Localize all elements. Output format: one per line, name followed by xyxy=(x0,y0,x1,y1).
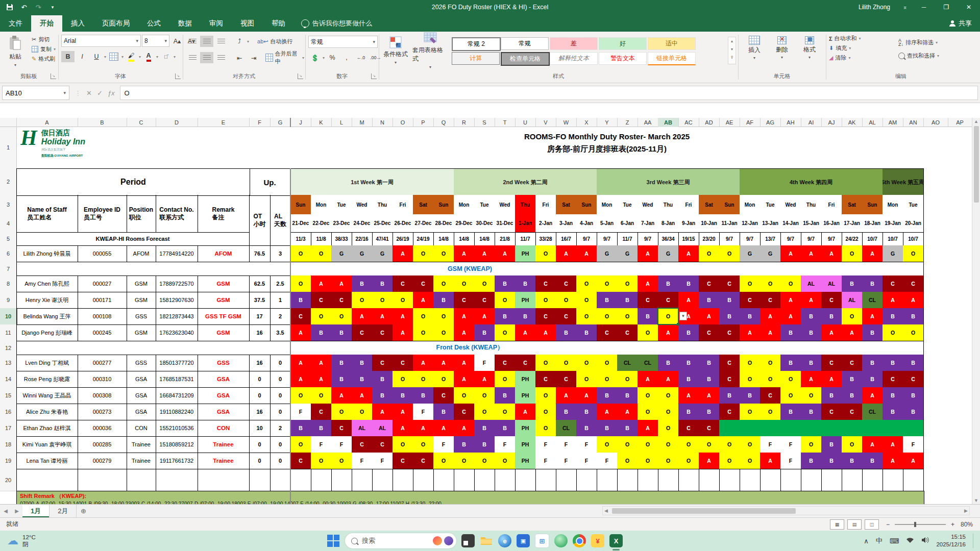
decrease-indent-icon[interactable]: ⇤ xyxy=(233,52,246,63)
shift-cell-O[interactable]: O xyxy=(576,292,597,309)
shift-cell-B[interactable]: B xyxy=(883,308,903,325)
shift-cell-C[interactable]: C xyxy=(311,292,332,309)
customize-qat-icon[interactable]: ▾ xyxy=(48,3,57,12)
empty-cell[interactable] xyxy=(638,469,658,491)
shift-cell-O[interactable]: O xyxy=(617,276,638,292)
shift-cell-A[interactable]: A xyxy=(740,324,761,341)
shift-cell-A[interactable]: A xyxy=(393,245,413,262)
column-header-AJ[interactable]: AJ xyxy=(821,118,842,127)
zoom-level[interactable]: 80% xyxy=(961,521,973,528)
shift-cell-O[interactable]: O xyxy=(740,436,761,453)
shift-cell-A[interactable]: A xyxy=(474,245,495,262)
ribbon-tab-插入[interactable]: 插入 xyxy=(62,15,93,32)
shift-cell-B[interactable]: B xyxy=(290,292,311,309)
shift-cell-O[interactable]: O xyxy=(842,308,863,325)
shift-cell-A[interactable]: A xyxy=(801,371,822,388)
format-as-table-button[interactable]: 套用表格格式▾ xyxy=(412,32,448,69)
shift-cell-A[interactable]: A xyxy=(454,355,475,371)
shift-cell-C[interactable]: C xyxy=(393,453,413,469)
shift-cell-A[interactable]: A xyxy=(638,276,658,292)
row-header-14[interactable]: 14 xyxy=(0,371,17,388)
shift-cell-C[interactable]: C xyxy=(719,276,740,292)
row-header-16[interactable]: 16 xyxy=(0,404,17,420)
column-header-AD[interactable]: AD xyxy=(699,118,720,127)
shift-cell-B[interactable]: B xyxy=(576,420,597,437)
empty-cell[interactable] xyxy=(16,469,78,491)
row-header-4[interactable]: 4 xyxy=(0,214,17,233)
shift-cell-O[interactable]: O xyxy=(413,324,434,341)
shift-cell-B[interactable]: B xyxy=(597,387,618,404)
empty-cell[interactable] xyxy=(311,469,332,491)
shift-cell-O[interactable]: O xyxy=(597,276,618,292)
shift-cell-B[interactable]: B xyxy=(331,324,352,341)
shift-cell-O[interactable]: O xyxy=(495,453,516,469)
shift-cell-B[interactable]: B xyxy=(495,420,516,437)
shift-cell-A[interactable]: A xyxy=(556,245,577,262)
shift-cell-C[interactable]: C xyxy=(842,404,863,420)
shift-cell-A[interactable]: A xyxy=(495,245,516,262)
empty-cell[interactable] xyxy=(719,469,740,491)
shift-cell-CL[interactable]: CL xyxy=(617,355,638,371)
shift-cell-G[interactable]: G xyxy=(331,245,352,262)
grow-font-button[interactable]: A▴ xyxy=(170,35,184,46)
shift-cell-B[interactable]: B xyxy=(903,355,924,371)
green-app-icon[interactable] xyxy=(554,534,568,547)
file-explorer-icon[interactable] xyxy=(480,534,493,547)
shift-cell-C[interactable]: C xyxy=(474,292,495,309)
delete-cells-button[interactable]: ✕删除▾ xyxy=(769,33,795,60)
shift-cell-G[interactable]: G xyxy=(617,245,638,262)
shift-cell-A[interactable]: A xyxy=(331,387,352,404)
shift-cell-PH[interactable]: PH xyxy=(515,436,536,453)
column-header-L[interactable]: L xyxy=(331,118,352,127)
empty-cell[interactable] xyxy=(290,469,311,491)
shift-cell-B[interactable]: B xyxy=(311,420,332,437)
share-button[interactable]: 共享 xyxy=(941,15,980,32)
comma-style-icon[interactable]: , xyxy=(340,52,353,63)
in-cell-dropdown-icon[interactable]: ▼ xyxy=(679,312,687,320)
column-header-AI[interactable]: AI xyxy=(801,118,822,127)
shift-cell-B[interactable]: B xyxy=(331,371,352,388)
conditional-formatting-button[interactable]: ≠ 条件格式▾ xyxy=(380,32,411,69)
shift-cell-O[interactable]: O xyxy=(638,453,658,469)
shift-cell-B[interactable]: B xyxy=(495,276,516,292)
shift-cell-O[interactable]: O xyxy=(638,404,658,420)
shift-cell-O[interactable]: O xyxy=(433,324,454,341)
shift-cell-O[interactable]: O xyxy=(678,453,699,469)
shift-cell-B[interactable]: B xyxy=(495,308,516,325)
cell-style-链接单元格[interactable]: 链接单元格 xyxy=(648,52,696,65)
cell-style-常规[interactable]: 常规 xyxy=(501,37,549,50)
shift-cell-C[interactable]: C xyxy=(719,404,740,420)
shift-cell-B[interactable]: B xyxy=(515,308,536,325)
shift-cell-B[interactable]: B xyxy=(740,308,761,325)
shift-cell-C[interactable]: C xyxy=(311,404,332,420)
shift-cell-B[interactable]: B xyxy=(862,355,883,371)
column-header-corner[interactable] xyxy=(0,118,17,127)
shift-cell-PH[interactable]: PH xyxy=(515,245,536,262)
shift-cell-AL[interactable]: AL xyxy=(821,276,842,292)
empty-cell[interactable] xyxy=(249,469,271,491)
shift-cell-O[interactable]: O xyxy=(433,245,454,262)
shift-cell-A[interactable]: A xyxy=(352,387,373,404)
shift-cell-O[interactable]: O xyxy=(658,387,679,404)
shift-cell-O[interactable]: O xyxy=(576,308,597,325)
shift-cell-AL[interactable]: AL xyxy=(372,420,393,437)
align-middle-icon[interactable] xyxy=(200,36,213,47)
shift-cell-O[interactable]: O xyxy=(535,387,556,404)
shift-cell-A[interactable]: A xyxy=(393,308,413,325)
column-header-V[interactable]: V xyxy=(535,118,556,127)
shift-cell-C[interactable]: C xyxy=(699,276,720,292)
column-header-P[interactable]: P xyxy=(413,118,434,127)
shift-cell-O[interactable]: O xyxy=(678,436,699,453)
shift-cell-C[interactable]: C xyxy=(454,292,475,309)
shift-cell-F[interactable]: F xyxy=(372,453,393,469)
shift-cell-F[interactable]: F xyxy=(760,436,781,453)
shift-cell-B[interactable]: B xyxy=(290,420,311,437)
shift-cell-O[interactable]: O xyxy=(719,245,740,262)
shift-cell-O[interactable]: O xyxy=(352,404,373,420)
shift-cell-O[interactable]: O xyxy=(393,436,413,453)
ribbon-tab-审阅[interactable]: 审阅 xyxy=(201,15,232,32)
shift-cell-B[interactable]: B xyxy=(678,355,699,371)
shift-cell-A[interactable]: A xyxy=(556,387,577,404)
shift-cell-A[interactable]: A xyxy=(311,276,332,292)
column-header-X[interactable]: X xyxy=(576,118,597,127)
